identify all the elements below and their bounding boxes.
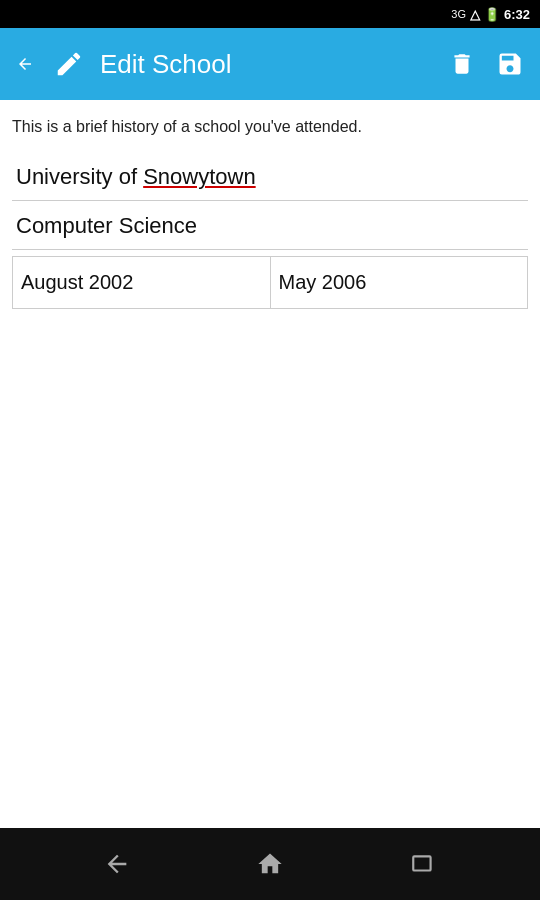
school-name-underlined: Snowytown — [143, 164, 256, 189]
nav-back-button[interactable] — [87, 842, 147, 886]
description-text: This is a brief history of a school you'… — [12, 116, 528, 138]
trash-icon — [449, 51, 475, 77]
main-content: This is a brief history of a school you'… — [0, 100, 540, 828]
page-title: Edit School — [100, 49, 432, 80]
nav-home-icon — [256, 850, 284, 878]
end-date-field[interactable]: May 2006 — [271, 257, 528, 308]
app-bar-actions — [440, 42, 532, 86]
nav-back-icon — [103, 850, 131, 878]
clock: 6:32 — [504, 7, 530, 22]
pencil-document-icon — [54, 49, 84, 79]
school-name-prefix: University of — [16, 164, 143, 189]
nav-recents-icon — [410, 851, 436, 877]
status-bar: 3G △ 🔋 6:32 — [0, 0, 540, 28]
app-bar: Edit School — [0, 28, 540, 100]
start-date-field[interactable]: August 2002 — [13, 257, 271, 308]
school-name-value: University of Snowytown — [16, 164, 256, 189]
nav-bar — [0, 828, 540, 900]
status-icons: 3G △ 🔋 6:32 — [451, 7, 530, 22]
delete-button[interactable] — [440, 42, 484, 86]
floppy-disk-icon — [496, 50, 524, 78]
field-of-study-field[interactable]: Computer Science — [12, 203, 528, 250]
dates-row: August 2002 May 2006 — [12, 256, 528, 309]
back-arrow-icon — [16, 55, 34, 73]
nav-home-button[interactable] — [240, 842, 300, 886]
edit-school-icon — [50, 45, 88, 83]
end-date-value: May 2006 — [279, 271, 367, 293]
svg-rect-0 — [414, 856, 431, 870]
start-date-value: August 2002 — [21, 271, 133, 293]
school-name-field[interactable]: University of Snowytown — [12, 154, 528, 201]
signal-strength-icon: △ — [470, 7, 480, 22]
network-indicator: 3G — [451, 8, 466, 20]
nav-recents-button[interactable] — [393, 842, 453, 886]
back-button[interactable] — [8, 47, 42, 81]
battery-icon: 🔋 — [484, 7, 500, 22]
save-button[interactable] — [488, 42, 532, 86]
field-of-study-value: Computer Science — [16, 213, 197, 238]
